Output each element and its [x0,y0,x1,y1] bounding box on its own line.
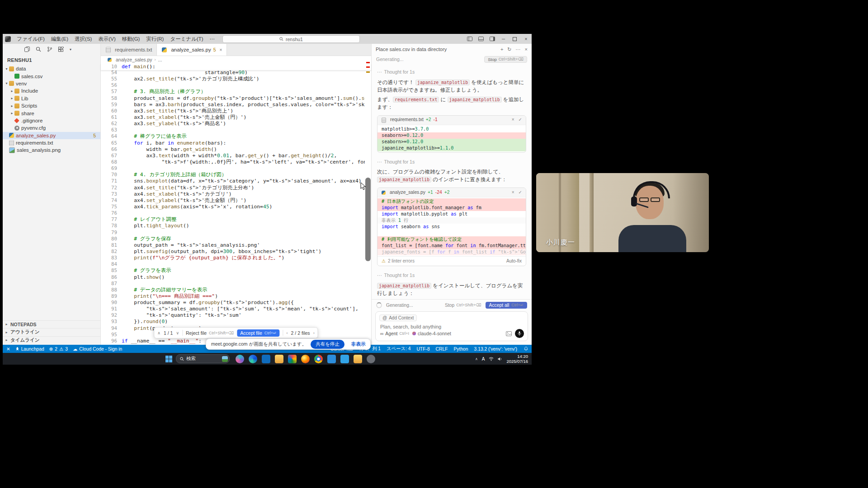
explorer-root-label[interactable]: RENSHU1 [3,55,100,65]
sticky-scroll-line[interactable]: 10 def main(): [101,63,371,70]
status-item[interactable]: CRLF [436,347,448,352]
file-explorer-icon[interactable] [275,355,283,363]
volume-icon[interactable] [498,357,502,361]
store-icon[interactable] [340,355,349,363]
maximize-icon[interactable] [509,34,520,44]
status-item[interactable]: 3.13.2 ('venv': 'venv') [474,347,517,352]
menu-item[interactable]: 編集(E) [48,36,71,42]
edge-icon[interactable] [249,355,257,363]
tree-item[interactable]: .gitignore [3,117,100,124]
close-icon[interactable]: × [520,34,532,44]
add-context-chip[interactable]: @ Add Context [379,314,417,321]
webcam-tile[interactable]: 小川慶一 [536,173,709,252]
tree-item[interactable]: ▾ data [3,65,100,72]
mail-icon[interactable] [262,355,270,363]
tree-item[interactable]: ▸ Include [3,87,100,94]
tree-item[interactable]: sales.csv [3,72,100,80]
files-icon[interactable] [24,47,30,52]
stop-all-button[interactable]: StopCtrl+Shift+⌫ [445,303,481,308]
tab-analyze-sales[interactable]: analyze_sales.py 5 × [157,44,227,56]
file-explorer-icon[interactable] [354,355,362,363]
tab-close-icon[interactable]: × [220,47,222,52]
chrome-icon[interactable] [314,355,323,363]
source-control-icon[interactable] [47,47,52,52]
status-item[interactable]: UTF-8 [416,347,429,352]
search-icon[interactable] [36,47,41,52]
reject-block-icon[interactable]: × [512,189,514,197]
tree-item[interactable]: ▸ Scripts [3,102,100,109]
tree-item[interactable]: pyvenv.cfg [3,124,100,131]
sidebar-section[interactable]: ▸ タイムライン [3,336,100,344]
taskbar-clock[interactable]: 14:20 2025/07/16 [506,354,528,364]
ime-indicator[interactable]: A [482,357,485,361]
settings-icon[interactable] [367,355,375,363]
model-selector[interactable]: claude-4-sonnet [412,331,451,336]
menu-item[interactable]: ⋯ [207,36,218,42]
vscode-icon[interactable] [327,355,336,363]
composer-input-box[interactable]: @ Add Context ∞ Agent Ctrl+I [375,311,528,341]
sidebar-section[interactable]: ▸ NOTEPADS [3,320,100,328]
stop-sharing-button[interactable]: 共有を停止 [311,340,344,349]
thought-row[interactable]: ⋯ Thought for 1s [377,68,526,76]
autofix-button[interactable]: Auto-fix [506,258,522,265]
thought-row[interactable]: ⋯ Thought for 1s [377,272,526,279]
menu-item[interactable]: 選択(S) [71,36,95,42]
bell-icon[interactable] [524,347,528,351]
layout-secondary-icon[interactable] [486,34,498,44]
sidebar-section[interactable]: ▸ アウトライン [3,328,100,336]
next-file-icon[interactable]: › [313,331,315,335]
tree-item[interactable]: analyze_sales.py 5 [3,132,100,139]
accept-block-icon[interactable]: ✓ [519,189,522,197]
start-button-icon[interactable] [165,356,172,362]
agent-mode-selector[interactable]: ∞ Agent Ctrl+I [380,331,409,336]
tree-item[interactable]: ▾ venv [3,80,100,87]
code-area[interactable]: 54 startangle=90) 55 ax2.set_title("tk-s… [101,70,365,345]
tree-item[interactable]: ▸ share [3,109,100,117]
tab-requirements[interactable]: requirements.txt [101,44,157,56]
cursor-logo-icon[interactable] [5,36,11,42]
tree-item[interactable]: requirements.txt [3,139,100,146]
history-icon[interactable]: ↻ [507,47,511,52]
copilot-icon[interactable] [236,355,244,363]
menu-item[interactable]: 移動(G) [119,36,143,42]
prev-file-icon[interactable]: ‹ [287,331,288,335]
tree-item[interactable]: sales_analysis.png [3,146,100,154]
tray-chevron-icon[interactable]: ∧ [475,357,478,361]
voice-input-button[interactable] [515,329,524,338]
tree-item[interactable]: ▸ Lib [3,95,100,102]
status-item[interactable]: Python [454,347,468,352]
more-icon[interactable]: ⋯ [516,47,521,52]
menu-item[interactable]: ファイル(F) [14,36,48,42]
next-diff-icon[interactable]: ∨ [176,331,179,335]
stop-generation-button[interactable]: StopCtrl+Shift+⌫ [484,56,527,63]
wifi-icon[interactable] [489,357,494,361]
breadcrumb[interactable]: analyze_sales.py › ... [101,56,371,63]
accept-file-button[interactable]: Accept fileCtrl+↵ [237,329,279,337]
close-icon[interactable]: × [525,47,528,52]
prev-diff-icon[interactable]: ∧ [157,331,160,335]
photos-icon[interactable] [288,355,297,363]
reject-block-icon[interactable]: × [512,116,514,124]
search-highlight-image[interactable] [222,356,228,362]
extensions-icon[interactable] [58,47,64,52]
taskbar-search-box[interactable]: 検索 [176,354,230,363]
menu-item[interactable]: 実行(R) [143,36,167,42]
cloud-code-item[interactable]: ☁ Cloud Code - Sign in [73,346,122,352]
window-search-box[interactable]: renshu1 [222,35,360,43]
remote-indicator[interactable]: ✕ [6,346,10,352]
new-chat-icon[interactable]: + [500,47,503,52]
minimize-icon[interactable]: ─ [498,34,509,44]
reject-file-button[interactable]: Reject fileCtrl+Shift+⌫ [186,330,234,336]
thought-row[interactable]: ⋯ Thought for 1s [377,158,526,166]
menu-item[interactable]: ターミナル(T) [167,36,206,42]
hide-button[interactable]: 非表示 [349,341,368,347]
accept-block-icon[interactable]: ✓ [519,116,522,124]
diff-block-header[interactable]: requirements.txt +2 -1 × ✓ [377,116,526,125]
firefox-icon[interactable] [301,355,310,363]
layout-panel-icon[interactable] [475,34,486,44]
accept-all-button[interactable]: Accept allCtrl+↵ [486,302,527,309]
diff-block-header[interactable]: analyze_sales.py +1 -24 +2 × ✓ [377,188,526,197]
menu-item[interactable]: 表示(V) [95,36,118,42]
attach-image-icon[interactable] [506,331,512,336]
layout-sidebar-icon[interactable] [464,34,475,44]
